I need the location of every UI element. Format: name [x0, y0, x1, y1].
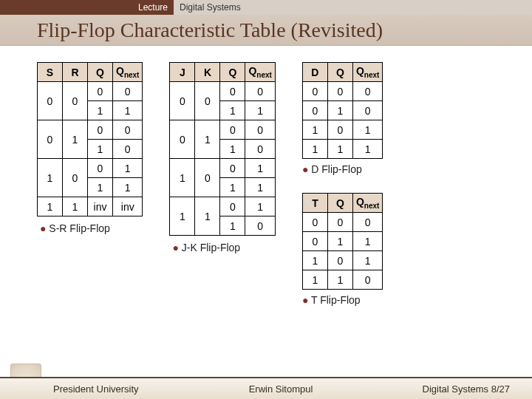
- t-table: T Q Qnext 000 011 101 110: [302, 193, 383, 290]
- jk-h-k: K: [195, 63, 220, 82]
- footer-university: President University: [0, 383, 177, 395]
- lecture-tag: Lecture: [0, 0, 174, 15]
- sr-h-r: R: [63, 63, 88, 82]
- sr-h-q: Q: [88, 63, 113, 82]
- t-h-t: T: [302, 194, 327, 213]
- t-h-q: Q: [327, 194, 352, 213]
- content-area: S R Q Qnext 0000 11 0100 10 1001 11 11in…: [0, 46, 532, 313]
- course-name: Digital Systems: [174, 0, 532, 15]
- col-jk: J K Q Qnext 0000 11 0100 10 1001 11 1101…: [169, 62, 275, 253]
- footer-bar: President University Erwin Sitompul Digi…: [0, 377, 532, 399]
- sr-h-s: S: [38, 63, 63, 82]
- jk-table: J K Q Qnext 0000 11 0100 10 1001 11 1101…: [169, 62, 275, 236]
- footer-page: Digital Systems 8/27: [384, 383, 532, 395]
- jk-h-qn: Qnext: [245, 63, 275, 82]
- sr-h-qn: Qnext: [113, 63, 143, 82]
- d-caption: ● D Flip-Flop: [302, 163, 362, 175]
- footer-author: Erwin Sitompul: [177, 383, 384, 395]
- lecture-bar: Lecture Digital Systems: [0, 0, 532, 15]
- sr-caption: ● S-R Flip-Flop: [40, 222, 110, 234]
- jk-caption: ● J-K Flip-Flop: [172, 242, 240, 253]
- d-h-q: Q: [327, 63, 352, 82]
- col-dt: D Q Qnext 000 010 101 111 ● D Flip-Flop …: [302, 62, 383, 313]
- jk-h-j: J: [170, 63, 195, 82]
- page-title: Flip-Flop Characteristic Table (Revisite…: [0, 15, 532, 46]
- col-sr: S R Q Qnext 0000 11 0100 10 1001 11 11in…: [37, 62, 143, 234]
- d-h-d: D: [302, 63, 327, 82]
- d-table: D Q Qnext 000 010 101 111: [302, 62, 383, 159]
- sr-table: S R Q Qnext 0000 11 0100 10 1001 11 11in…: [37, 62, 143, 216]
- t-caption: ● T Flip-Flop: [302, 294, 361, 306]
- t-h-qn: Qnext: [352, 194, 382, 213]
- d-h-qn: Qnext: [352, 63, 382, 82]
- jk-h-q: Q: [220, 63, 245, 82]
